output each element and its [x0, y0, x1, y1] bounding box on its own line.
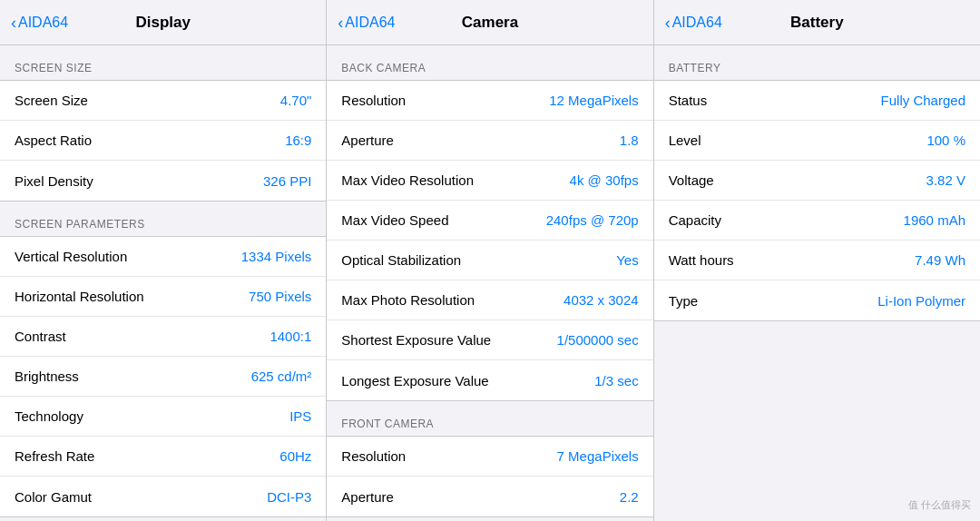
table-row: Pixel Density326 PPI: [0, 161, 326, 201]
row-label: Aperture: [341, 489, 619, 505]
back-label-display: AIDA64: [18, 15, 68, 31]
table-row: Horizontal Resolution750 Pixels: [0, 277, 326, 317]
table-row: Screen Size4.70": [0, 81, 326, 121]
panel-camera: ‹AIDA64CameraBACK CAMERAResolution12 Meg…: [327, 0, 653, 521]
panel-battery: ‹AIDA64BatteryBATTERYStatusFully Charged…: [654, 0, 980, 521]
row-value: 625 cd/m²: [251, 369, 312, 384]
row-label: Refresh Rate: [15, 448, 279, 464]
row-value: 4.70": [280, 93, 312, 108]
row-label: Optical Stabilization: [341, 252, 616, 268]
row-value: 1/3 sec: [594, 373, 638, 388]
row-value: Fully Charged: [881, 93, 965, 108]
row-label: Max Photo Resolution: [341, 292, 564, 308]
chevron-left-icon: ‹: [338, 15, 343, 31]
content-display: SCREEN SIZEScreen Size4.70"Aspect Ratio1…: [0, 45, 326, 521]
row-value: 16:9: [285, 133, 311, 148]
row-value: 1400:1: [270, 329, 311, 344]
row-value: 750 Pixels: [249, 289, 311, 304]
row-value: 3.82 V: [926, 172, 965, 188]
row-value: 100 %: [926, 133, 965, 148]
table-row: Resolution12 MegaPixels: [327, 81, 652, 121]
row-value: Li-Ion Polymer: [877, 293, 965, 309]
row-value: IPS: [289, 408, 311, 424]
row-value: 12 MegaPixels: [549, 93, 638, 108]
panel-display: ‹AIDA64DisplaySCREEN SIZEScreen Size4.70…: [0, 0, 327, 521]
row-label: Technology: [15, 408, 289, 424]
table-row: Level100 %: [654, 121, 980, 161]
table-row: Refresh Rate60Hz: [0, 437, 326, 477]
section-header-screen-size: SCREEN SIZE: [0, 45, 326, 80]
row-label: Resolution: [341, 448, 556, 464]
back-label-battery: AIDA64: [672, 15, 722, 31]
table-row: Contrast1400:1: [0, 317, 326, 357]
watermark: 值 什么值得买: [908, 498, 971, 512]
row-label: Voltage: [669, 172, 926, 188]
back-button-camera[interactable]: ‹AIDA64: [338, 15, 395, 31]
row-label: Max Video Speed: [341, 212, 545, 228]
row-label: Type: [669, 293, 878, 309]
row-value: 326 PPI: [263, 173, 311, 189]
table-row: Watt hours7.49 Wh: [654, 241, 980, 280]
row-value: DCI-P3: [267, 489, 311, 505]
row-value: 7.49 Wh: [915, 252, 965, 268]
nav-bar-battery: ‹AIDA64Battery: [654, 0, 980, 45]
rows-group-screen-size: Screen Size4.70"Aspect Ratio16:9Pixel De…: [0, 80, 326, 202]
row-value: 4k @ 30fps: [570, 172, 639, 188]
row-value: 1/500000 sec: [557, 332, 639, 348]
nav-title-battery: Battery: [790, 14, 844, 32]
back-label-camera: AIDA64: [345, 15, 395, 31]
table-row: Aperture1.8: [327, 121, 652, 161]
table-row: Brightness625 cd/m²: [0, 357, 326, 397]
table-row: Longest Exposure Value1/3 sec: [327, 360, 652, 400]
section-header-front-camera: FRONT CAMERA: [327, 401, 652, 436]
nav-bar-camera: ‹AIDA64Camera: [327, 0, 652, 45]
row-label: Max Video Resolution: [341, 172, 569, 188]
content-camera: BACK CAMERAResolution12 MegaPixelsApertu…: [327, 45, 652, 521]
row-value: 7 MegaPixels: [557, 448, 639, 464]
row-label: Screen Size: [15, 93, 280, 108]
table-row: Max Photo Resolution4032 x 3024: [327, 280, 652, 320]
row-label: Capacity: [669, 212, 904, 228]
row-label: Color Gamut: [15, 489, 267, 505]
row-label: Longest Exposure Value: [341, 373, 594, 388]
table-row: Vertical Resolution1334 Pixels: [0, 237, 326, 277]
table-row: Max Video Resolution4k @ 30fps: [327, 161, 652, 201]
table-row: Optical StabilizationYes: [327, 241, 652, 280]
content-battery: BATTERYStatusFully ChargedLevel100 %Volt…: [654, 45, 980, 521]
row-label: Shortest Exposure Value: [341, 332, 556, 348]
table-row: TechnologyIPS: [0, 397, 326, 437]
row-label: Status: [669, 93, 881, 108]
rows-group-front-camera: Resolution7 MegaPixelsAperture2.2: [327, 436, 652, 517]
table-row: Shortest Exposure Value1/500000 sec: [327, 320, 652, 360]
table-row: TypeLi-Ion Polymer: [654, 280, 980, 320]
row-label: Watt hours: [669, 252, 915, 268]
rows-group-battery-info: StatusFully ChargedLevel100 %Voltage3.82…: [654, 80, 980, 321]
row-label: Pixel Density: [15, 173, 263, 189]
row-value: 4032 x 3024: [564, 292, 639, 308]
back-button-battery[interactable]: ‹AIDA64: [665, 15, 722, 31]
table-row: Aspect Ratio16:9: [0, 121, 326, 161]
row-label: Aperture: [341, 133, 619, 148]
row-value: 2.2: [620, 489, 639, 505]
nav-title-display: Display: [135, 14, 190, 32]
row-label: Aspect Ratio: [15, 133, 285, 148]
table-row: Capacity1960 mAh: [654, 201, 980, 241]
row-value: 1334 Pixels: [241, 249, 312, 264]
chevron-left-icon: ‹: [11, 15, 16, 31]
row-label: Level: [669, 133, 927, 148]
table-row: Color GamutDCI-P3: [0, 477, 326, 516]
row-label: Vertical Resolution: [15, 249, 241, 264]
table-row: Max Video Speed240fps @ 720p: [327, 201, 652, 241]
back-button-display[interactable]: ‹AIDA64: [11, 15, 68, 31]
row-label: Resolution: [341, 93, 549, 108]
rows-group-screen-parameters: Vertical Resolution1334 PixelsHorizontal…: [0, 236, 326, 517]
row-value: 240fps @ 720p: [546, 212, 639, 228]
row-value: Yes: [616, 252, 638, 268]
row-label: Brightness: [15, 369, 251, 384]
row-label: Contrast: [15, 329, 270, 344]
row-value: 1960 mAh: [904, 212, 965, 228]
rows-group-back-camera: Resolution12 MegaPixelsAperture1.8Max Vi…: [327, 80, 652, 401]
section-header-battery-info: BATTERY: [654, 45, 980, 80]
nav-bar-display: ‹AIDA64Display: [0, 0, 326, 45]
table-row: StatusFully Charged: [654, 81, 980, 121]
